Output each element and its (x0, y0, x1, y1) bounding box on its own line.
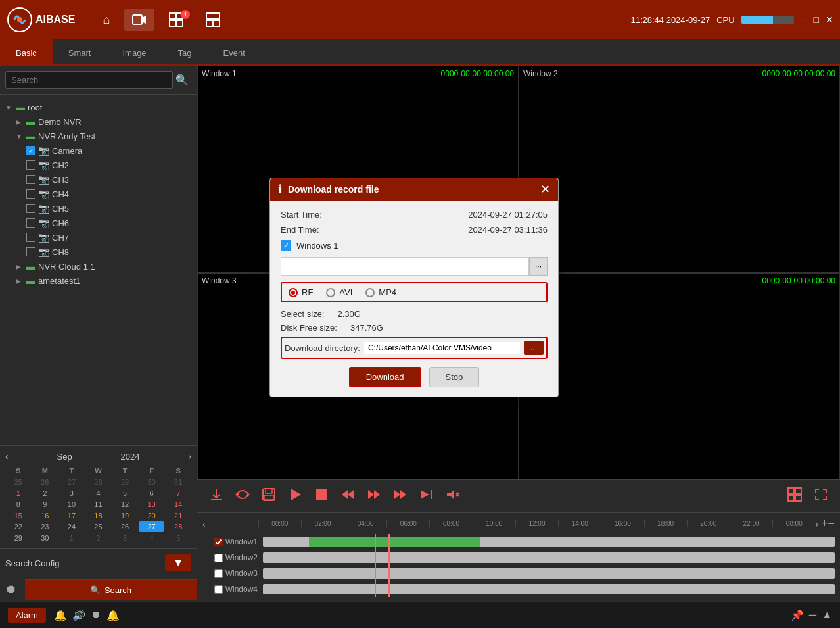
cal-date-12[interactable]: 12 (112, 499, 138, 510)
cal-date-10[interactable]: 10 (58, 499, 85, 510)
grid-button[interactable]: 1 (161, 9, 191, 31)
checkbox-camera[interactable]: ✓ (26, 146, 35, 155)
cal-date-17[interactable]: 17 (58, 510, 85, 521)
tree-item-ch4[interactable]: 📷 CH4 (24, 187, 194, 201)
checkbox-ch2[interactable] (26, 160, 35, 170)
checkbox-ch5[interactable] (26, 204, 35, 213)
cal-date-31p[interactable]: 31 (165, 477, 191, 487)
timeline-track-window3[interactable] (263, 568, 835, 579)
cal-date-5[interactable]: 5 (112, 488, 138, 498)
cal-date-4n[interactable]: 4 (139, 533, 165, 543)
tree-item-ch7[interactable]: 📷 CH7 (24, 230, 194, 245)
radio-mp4[interactable]: MP4 (365, 287, 396, 297)
home-button[interactable]: ⌂ (95, 9, 118, 31)
checkbox-ch4[interactable] (26, 189, 35, 199)
sync-button[interactable] (231, 485, 254, 508)
close-button[interactable]: ✕ (826, 14, 833, 25)
tree-item-demo-nvr[interactable]: ▶ ▬ Demo NVR (13, 114, 194, 129)
tree-item-ch8[interactable]: 📷 CH8 (24, 245, 194, 259)
cal-date-19[interactable]: 19 (112, 510, 138, 521)
search-input[interactable] (5, 71, 173, 89)
tree-item-ch2[interactable]: 📷 CH2 (24, 158, 194, 172)
speaker-icon[interactable]: 🔊 (72, 609, 85, 621)
radio-rf[interactable]: RF (289, 287, 313, 297)
tree-item-ch3[interactable]: 📷 CH3 (24, 172, 194, 187)
alarm-tab[interactable]: Alarm (8, 608, 46, 623)
tab-event[interactable]: Event (208, 39, 261, 66)
stop-button-modal[interactable]: Stop (429, 367, 480, 387)
tab-basic[interactable]: Basic (0, 39, 53, 66)
timeline-track-window4[interactable] (263, 584, 835, 594)
modal-path-input[interactable] (281, 257, 529, 276)
cal-date-4[interactable]: 4 (85, 488, 112, 498)
timeline-zoom-in[interactable]: + (821, 517, 828, 531)
search-icon-button[interactable]: 🔍 (173, 71, 191, 89)
cal-date-30[interactable]: 30 (32, 533, 58, 543)
filter-button[interactable]: ▼ (165, 554, 191, 571)
cal-date-15[interactable]: 15 (5, 510, 32, 521)
checkbox-ch3[interactable] (26, 175, 35, 184)
min-icon[interactable]: ─ (809, 609, 816, 621)
cal-date-7[interactable]: 7 (165, 488, 191, 498)
download-button[interactable]: Download (349, 367, 421, 387)
radio-avi[interactable]: AVI (326, 287, 352, 297)
cal-date-1[interactable]: 1 (5, 488, 32, 498)
modal-dir-browse-button[interactable]: ... (524, 341, 544, 355)
cal-next-button[interactable]: › (188, 451, 191, 462)
stop-button-ctrl[interactable] (310, 485, 333, 508)
step-forward-button[interactable] (363, 485, 385, 508)
cal-date-2n[interactable]: 2 (85, 533, 112, 543)
tree-item-ch6[interactable]: 📷 CH6 (24, 216, 194, 230)
cal-date-28[interactable]: 28 (165, 521, 191, 532)
checkbox-ch6[interactable] (26, 218, 35, 228)
minimize-button[interactable]: ─ (801, 14, 807, 25)
cal-prev-button[interactable]: ‹ (5, 451, 9, 462)
timeline-check-window3[interactable] (214, 569, 223, 578)
grid-layout-button[interactable] (783, 485, 806, 508)
checkbox-ch7[interactable] (26, 233, 35, 242)
tree-item-ametatest[interactable]: ▶ ▬ ametatest1 (13, 274, 194, 288)
mute-button[interactable] (442, 485, 464, 508)
timeline-track-window1[interactable] (263, 537, 835, 547)
timeline-check-window4[interactable] (214, 585, 223, 594)
tab-tag[interactable]: Tag (162, 39, 208, 66)
play-button[interactable] (284, 485, 306, 508)
tree-item-camera[interactable]: ✓ 📷 Camera (24, 143, 194, 158)
step-back-button[interactable] (337, 485, 359, 508)
tree-item-root[interactable]: ▼ ▬ root (3, 100, 194, 114)
cal-date-5n[interactable]: 5 (165, 533, 191, 543)
timeline-scroll-left[interactable]: ‹ (202, 519, 206, 529)
cal-date-27p[interactable]: 27 (58, 477, 85, 487)
cal-date-30p[interactable]: 30 (139, 477, 165, 487)
cal-date-18[interactable]: 18 (85, 510, 112, 521)
tab-smart[interactable]: Smart (53, 39, 107, 66)
cal-date-29p[interactable]: 29 (112, 477, 138, 487)
cal-date-21[interactable]: 21 (165, 510, 191, 521)
cal-date-8[interactable]: 8 (5, 499, 32, 510)
modal-window-checkbox[interactable]: ✓ (281, 240, 291, 251)
cal-date-6[interactable]: 6 (139, 488, 165, 498)
cal-date-3n[interactable]: 3 (112, 533, 138, 543)
modal-close-button[interactable]: ✕ (540, 182, 550, 197)
cal-date-9[interactable]: 9 (32, 499, 58, 510)
cal-date-29[interactable]: 29 (5, 533, 32, 543)
cal-date-1n[interactable]: 1 (58, 533, 85, 543)
skip-end-button[interactable] (415, 485, 438, 508)
record-icon[interactable]: ⏺ (91, 609, 101, 621)
cal-date-27[interactable]: 27 (139, 521, 165, 532)
download-ctrl-button[interactable] (205, 485, 227, 508)
timeline-scroll-right[interactable]: › (815, 519, 818, 529)
modal-path-browse-button[interactable]: ··· (529, 257, 548, 276)
cal-date-16[interactable]: 16 (32, 510, 58, 521)
timeline-check-window1[interactable] (214, 538, 223, 546)
video-button[interactable] (124, 9, 154, 31)
pin-icon[interactable]: 📌 (791, 609, 804, 621)
cal-date-13[interactable]: 13 (139, 499, 165, 510)
cal-date-3[interactable]: 3 (58, 488, 85, 498)
modal-dir-input[interactable] (364, 342, 520, 354)
save-button-ctrl[interactable] (258, 485, 280, 508)
layout-button[interactable] (198, 9, 228, 31)
cal-date-28p[interactable]: 28 (85, 477, 112, 487)
fast-forward-button[interactable] (389, 485, 411, 508)
alert-icon[interactable]: 🔔 (106, 609, 120, 621)
